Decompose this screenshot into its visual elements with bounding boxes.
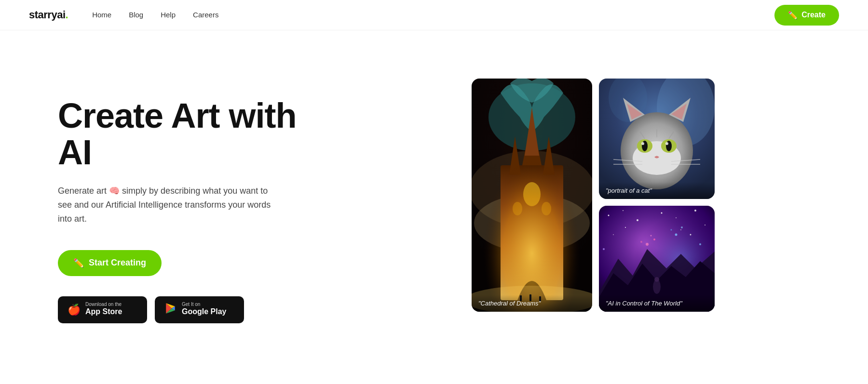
main-content: Create Art with AI Generate art 🧠 simply… [0, 30, 868, 377]
subtitle-before: Generate art [58, 186, 107, 196]
caption-galaxy: "AI in Control of The World" [599, 295, 715, 312]
navbar: starryai. Home Blog Help Careers ✏️ Crea… [0, 0, 868, 30]
art-image-cat: "portrait of a cat" [599, 79, 715, 199]
appstore-big-label: App Store [85, 307, 122, 317]
svg-point-53 [680, 229, 681, 230]
nav-create-label: Create [801, 11, 826, 19]
svg-point-54 [699, 243, 701, 245]
googleplay-icon [164, 302, 177, 318]
svg-point-43 [623, 210, 624, 211]
start-pencil-icon: ✏️ [73, 258, 84, 268]
svg-point-58 [654, 277, 659, 282]
pencil-icon: ✏️ [788, 11, 798, 20]
caption-cat: "portrait of a cat" [599, 182, 715, 199]
apple-icon: 🍎 [68, 304, 81, 316]
start-creating-label: Start Creating [89, 258, 146, 268]
appstore-text: Download on the App Store [85, 302, 122, 317]
nav-create-button[interactable]: ✏️ Create [774, 5, 839, 26]
start-creating-button[interactable]: ✏️ Start Creating [58, 250, 162, 276]
svg-point-61 [651, 235, 652, 237]
svg-point-31 [665, 142, 668, 145]
svg-point-46 [676, 217, 677, 218]
svg-point-42 [608, 215, 610, 216]
nav-home[interactable]: Home [92, 11, 111, 19]
googleplay-big-label: Google Play [182, 307, 226, 317]
appstore-button[interactable]: 🍎 Download on the App Store [58, 296, 147, 323]
art-image-cathedral: "Cathedral of Dreams" [472, 79, 592, 312]
googleplay-text: Get It on Google Play [182, 302, 226, 317]
svg-point-64 [671, 229, 672, 231]
svg-point-60 [653, 238, 655, 240]
nav-help[interactable]: Help [161, 11, 176, 19]
svg-point-62 [640, 241, 642, 243]
svg-point-45 [661, 212, 663, 214]
store-buttons: 🍎 Download on the App Store Get It [58, 296, 309, 323]
hero-title: Create Art with AI [58, 98, 309, 171]
brain-emoji: 🧠 [109, 186, 122, 196]
svg-point-47 [694, 210, 696, 212]
svg-point-48 [705, 225, 705, 225]
hero-subtitle: Generate art 🧠 simply by describing what… [58, 184, 280, 225]
svg-point-52 [625, 227, 626, 228]
svg-point-63 [675, 234, 678, 236]
hero-right: "Cathedral of Dreams" [309, 69, 839, 312]
svg-point-50 [690, 234, 692, 236]
hero-left: Create Art with AI Generate art 🧠 simply… [58, 69, 309, 323]
logo-dot: . [66, 9, 68, 21]
nav-careers[interactable]: Careers [193, 11, 218, 19]
googleplay-button[interactable]: Get It on Google Play [155, 296, 244, 323]
appstore-small-label: Download on the [85, 302, 122, 307]
svg-point-65 [681, 226, 683, 228]
logo[interactable]: starryai. [29, 9, 68, 21]
googleplay-small-label: Get It on [182, 302, 200, 307]
svg-point-59 [646, 243, 649, 246]
art-image-galaxy: "AI in Control of The World" [599, 206, 715, 312]
art-images-grid: "Cathedral of Dreams" [472, 79, 715, 312]
svg-point-44 [637, 219, 638, 221]
caption-cathedral: "Cathedral of Dreams" [472, 295, 592, 312]
svg-point-49 [613, 234, 614, 235]
svg-point-51 [603, 248, 605, 250]
svg-rect-12 [472, 79, 592, 312]
nav-links: Home Blog Help Careers [92, 11, 218, 19]
svg-point-30 [641, 142, 644, 145]
nav-blog[interactable]: Blog [129, 11, 143, 19]
